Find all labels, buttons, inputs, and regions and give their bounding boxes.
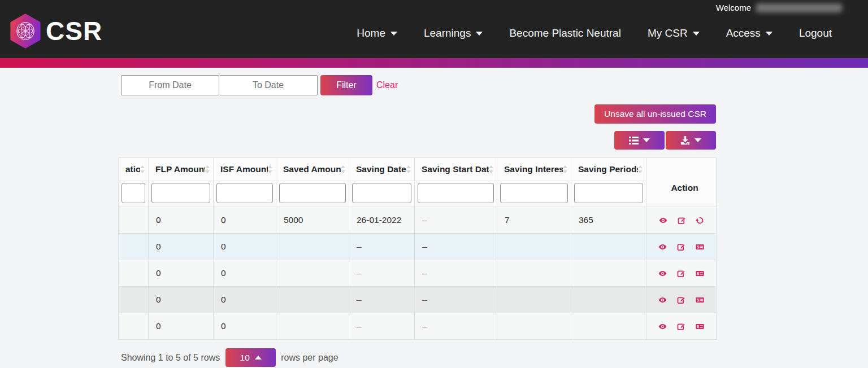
saving-interest-filter-input[interactable] [500,183,568,203]
nav-item-my-csr[interactable]: My CSR [648,27,700,40]
column-label: Saving Periods [578,164,638,174]
table-row[interactable]: 0 0 – – $ [119,260,717,287]
clear-link[interactable]: Clear [376,80,398,90]
action-cell: $ [646,234,717,260]
column-label: Saving Date [356,164,406,174]
column-header-saving-interest[interactable]: Saving Interest [497,158,571,181]
money-check-icon[interactable]: $ [695,322,705,331]
sort-icon[interactable] [268,165,272,173]
column-header-saved-amount[interactable]: Saved Amount [276,158,349,181]
sort-icon[interactable] [406,165,411,173]
cell: – [349,313,415,340]
action-cell [646,207,717,234]
nav-item-become-plastic-neutral[interactable]: Become Plastic Neutral [509,27,620,40]
edit-icon[interactable] [677,296,685,304]
view-icon[interactable] [658,322,667,331]
csr-table: atio FLP Amount ISF Amount Saved Amount … [118,157,716,340]
unsave-all-unissued-csr-button[interactable]: Unsave all un-issued CSR [594,104,716,124]
welcome-message: Welcome [716,3,842,12]
cell: – [349,287,415,313]
rows-per-page-label: rows per page [281,353,338,363]
sort-icon[interactable] [563,165,567,173]
nav-item-logout-label: Logout [799,27,832,40]
sort-icon[interactable] [341,165,345,173]
nav-item-home-label: Home [357,27,385,40]
welcome-label: Welcome [716,3,751,12]
cell [497,313,571,340]
edit-icon[interactable] [678,216,686,225]
filter-button[interactable]: Filter [320,75,372,95]
csr-logo-icon [9,14,42,49]
saving-start-date-filter-input[interactable] [418,183,494,203]
export-button[interactable] [666,131,716,150]
to-date-input[interactable] [219,75,318,95]
table-row[interactable]: 0 0 5000 26-01-2022 – 7 365 [119,207,717,234]
cell: 0 [149,234,214,260]
chevron-down-icon [693,32,700,36]
cell: 0 [214,313,276,340]
table-row[interactable]: 0 0 – – $ [119,234,717,260]
sort-icon[interactable] [638,165,643,173]
cell: – [415,234,497,260]
sort-icon[interactable] [140,165,145,173]
accent-gradient-bar [0,58,868,68]
cell: 5000 [276,207,349,234]
svg-text:$: $ [697,271,699,275]
column-header-isf-amount[interactable]: ISF Amount [214,158,276,181]
page-size-value: 10 [240,353,250,363]
page-size-dropdown[interactable]: 10 [225,348,276,367]
nav-item-home[interactable]: Home [357,27,397,40]
chevron-down-icon [695,138,701,142]
nav-item-become-plastic-neutral-label: Become Plastic Neutral [509,27,620,40]
cell [276,287,349,313]
flp-amount-filter-input[interactable] [151,183,210,203]
undo-icon[interactable] [696,216,704,225]
isf-amount-filter-input[interactable] [216,183,273,203]
edit-icon[interactable] [677,269,685,278]
brand[interactable]: CSR [9,14,102,49]
money-check-icon[interactable]: $ [695,269,705,278]
nav-item-access[interactable]: Access [726,27,772,40]
table-columns-icon [629,136,639,145]
view-icon[interactable] [658,243,667,251]
edit-icon[interactable] [677,322,685,331]
cell [119,260,149,287]
view-icon[interactable] [658,269,667,278]
action-cell: $ [646,287,717,313]
column-label: Saved Amount [283,164,341,174]
sort-icon[interactable] [489,165,493,173]
cell: – [415,207,497,234]
ratio-filter-input[interactable] [121,183,145,203]
cell [119,234,149,260]
edit-icon[interactable] [677,243,685,251]
top-navigation-bar: CSR Home Learnings Become Plastic Neutra… [0,0,868,58]
columns-toggle-button[interactable] [614,131,665,150]
sort-icon[interactable] [205,165,210,173]
table-row[interactable]: 0 0 – – $ [119,287,717,313]
money-check-icon[interactable]: $ [695,296,705,304]
cell [571,287,646,313]
page-content: Filter Clear Unsave all un-issued CSR [0,68,868,368]
cell: 0 [149,260,214,287]
saving-date-filter-input[interactable] [352,183,411,203]
table-header-row: atio FLP Amount ISF Amount Saved Amount … [119,158,717,181]
nav-item-logout[interactable]: Logout [799,27,832,40]
table-row[interactable]: 0 0 – – $ [119,313,717,340]
saved-amount-filter-input[interactable] [279,183,346,203]
download-icon [680,136,690,145]
column-label: atio [125,164,140,174]
column-header-ratio[interactable]: atio [119,158,149,181]
column-header-flp-amount[interactable]: FLP Amount [149,158,214,181]
view-icon[interactable] [658,216,668,225]
from-date-input[interactable] [121,75,219,95]
date-filter-row: Filter Clear [121,75,716,95]
view-icon[interactable] [658,296,667,304]
saving-periods-filter-input[interactable] [574,183,643,203]
column-header-saving-periods[interactable]: Saving Periods [571,158,646,181]
money-check-icon[interactable]: $ [695,243,705,251]
action-cell: $ [646,260,717,287]
column-header-saving-date[interactable]: Saving Date [349,158,415,181]
column-header-saving-start-date[interactable]: Saving Start Date [415,158,497,181]
nav-item-learnings[interactable]: Learnings [424,27,483,40]
cell: – [349,260,415,287]
